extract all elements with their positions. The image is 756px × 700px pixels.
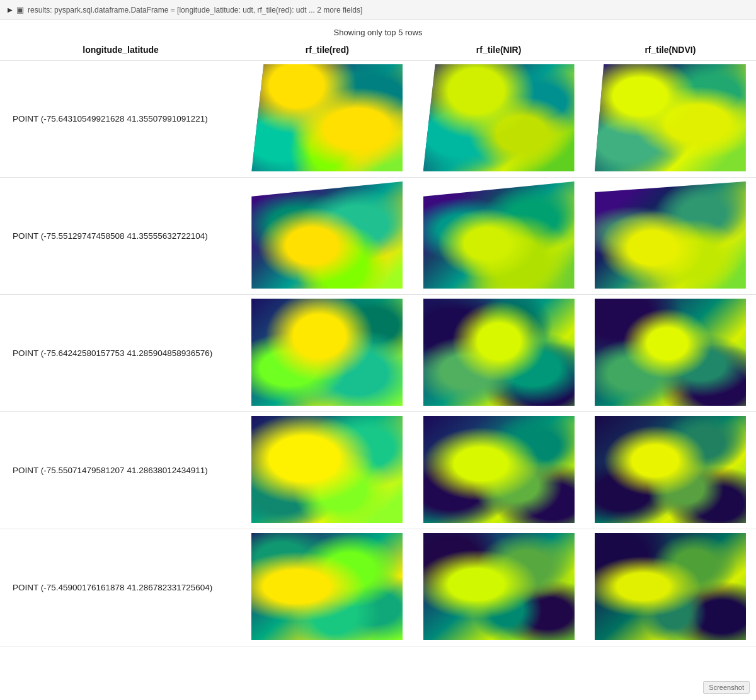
tile-image-tile-red-5 [251,533,403,640]
tile-cell-4-2 [413,412,584,529]
tile-cell-5-1 [241,529,413,646]
coord-cell-1: POINT (-75.64310549921628 41.35507991091… [0,60,241,178]
tile-image-tile-ndvi-2 [595,181,746,289]
tile-image-tile-red-1 [251,64,403,171]
screenshot-badge: Screenshot [703,681,750,694]
top-bar: ▶ ▣ results: pyspark.sql.dataframe.DataF… [0,0,756,20]
coord-cell-2: POINT (-75.55129747458508 41.35555632722… [0,178,241,295]
tile-cell-5-2 [413,529,584,646]
table-row: POINT (-75.45900176161878 41.28678233172… [0,529,756,646]
coord-cell-3: POINT (-75.64242580157753 41.28590485893… [0,295,241,412]
tile-cell-2-2 [413,178,584,295]
tile-cell-3-3 [585,295,756,412]
table-row: POINT (-75.55129747458508 41.35555632722… [0,178,756,295]
tile-image-tile-ndvi-1 [595,64,746,171]
tile-image-tile-nir-4 [423,416,575,523]
tile-image-tile-nir-1 [423,64,575,171]
tile-image-tile-nir-2 [423,181,575,289]
tile-image-tile-red-2 [251,181,403,289]
tile-cell-3-2 [413,295,584,412]
dataframe-icon: ▣ [16,5,24,14]
tile-cell-1-2 [413,60,584,178]
table-header-row: longitude_latitude rf_tile(red) rf_tile(… [0,40,756,60]
data-table: longitude_latitude rf_tile(red) rf_tile(… [0,40,756,646]
tile-image-tile-red-4 [251,416,403,523]
col-header-coord: longitude_latitude [0,40,241,60]
tile-image-tile-ndvi-3 [595,299,746,406]
tile-cell-2-3 [585,178,756,295]
col-header-ndvi: rf_tile(NDVI) [585,40,756,60]
tile-image-tile-nir-5 [423,533,575,640]
coord-cell-5: POINT (-75.45900176161878 41.28678233172… [0,529,241,646]
tile-image-tile-red-3 [251,299,403,406]
tile-cell-3-1 [241,295,413,412]
table-row: POINT (-75.64310549921628 41.35507991091… [0,60,756,178]
tile-cell-2-1 [241,178,413,295]
tile-cell-4-1 [241,412,413,529]
expand-arrow-icon[interactable]: ▶ [8,6,13,13]
tile-cell-5-3 [585,529,756,646]
col-header-red: rf_tile(red) [241,40,413,60]
tile-image-tile-nir-3 [423,299,575,406]
table-row: POINT (-75.64242580157753 41.28590485893… [0,295,756,412]
tile-cell-1-1 [241,60,413,178]
tile-cell-1-3 [585,60,756,178]
tile-image-tile-ndvi-4 [595,416,746,523]
showing-label: Showing only top 5 rows [0,20,756,40]
coord-cell-4: POINT (-75.55071479581207 41.28638012434… [0,412,241,529]
table-row: POINT (-75.55071479581207 41.28638012434… [0,412,756,529]
col-header-nir: rf_tile(NIR) [413,40,584,60]
dataframe-description: results: pyspark.sql.dataframe.DataFrame… [28,6,362,14]
tile-image-tile-ndvi-5 [595,533,746,640]
tile-cell-4-3 [585,412,756,529]
